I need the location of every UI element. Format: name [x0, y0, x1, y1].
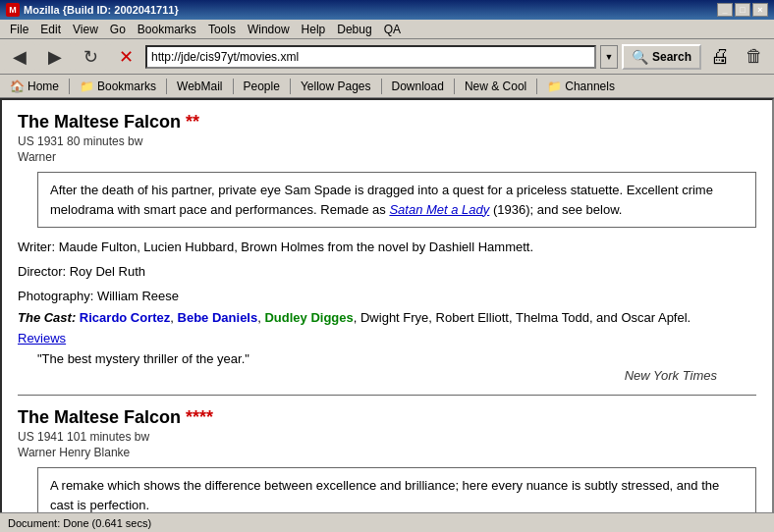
separator7	[536, 79, 537, 94]
menu-go[interactable]: Go	[104, 21, 132, 38]
review-source-1: New York Times	[18, 368, 717, 383]
stop-button[interactable]: ✕	[110, 42, 141, 72]
bookmark-people[interactable]: People	[238, 78, 286, 95]
menu-help[interactable]: Help	[296, 21, 332, 38]
description-text-cont: (1936); and see below.	[489, 202, 622, 217]
satan-met-a-lady-link[interactable]: Satan Met a Lady	[389, 202, 489, 217]
menu-edit[interactable]: Edit	[34, 21, 67, 38]
movie-entry-2: The Maltese Falcon **** US 1941 101 minu…	[18, 407, 756, 523]
description-text-2: A remake which shows the difference betw…	[50, 478, 719, 512]
photography-credit: Photography: William Reese	[18, 287, 756, 307]
description-box-1: After the death of his partner, private …	[37, 172, 756, 228]
bookmark-home[interactable]: 🏠 Home	[4, 78, 65, 95]
trash-icon[interactable]: 🗑	[739, 42, 770, 72]
nav-toolbar: ◀ ▶ ↺ ✕ http://jde/cis97yt/movies.xml ▼ …	[0, 39, 774, 75]
forward-button[interactable]: ▶	[39, 42, 71, 72]
back-button[interactable]: ◀	[4, 42, 35, 72]
review-quote-1: "The best mystery thriller of the year."	[37, 351, 756, 366]
reload-button[interactable]: ↺	[75, 42, 106, 72]
bookmark-yellowpages[interactable]: Yellow Pages	[295, 78, 377, 95]
cast-prefix: The Cast:	[18, 310, 76, 325]
menu-bar: File Edit View Go Bookmarks Tools Window…	[0, 20, 774, 39]
search-icon: 🔍	[632, 49, 648, 65]
title-bar: M Mozilla {Build ID: 2002041711} _ □ ×	[0, 0, 774, 20]
director-credit: Director: Roy Del Ruth	[18, 262, 756, 283]
close-button[interactable]: ×	[752, 3, 768, 17]
window-controls: _ □ ×	[717, 3, 768, 17]
main-content: The Maltese Falcon ** US 1931 80 minutes…	[0, 98, 774, 532]
browser-window: M Mozilla {Build ID: 2002041711} _ □ × F…	[0, 0, 774, 532]
bookmark-download[interactable]: Download	[386, 78, 450, 95]
separator2	[166, 79, 167, 94]
menu-qa[interactable]: QA	[378, 21, 407, 38]
movie-year-2: US 1941 101 minutes bw	[18, 430, 756, 444]
cast-others: Dwight Frye, Robert Elliott, Thelma Todd…	[360, 310, 691, 325]
url-text: http://jde/cis97yt/movies.xml	[151, 50, 299, 64]
writer-credit: Writer: Maude Fulton, Lucien Hubbard, Br…	[18, 238, 756, 258]
status-text: Document: Done (0.641 secs)	[8, 517, 151, 529]
menu-bookmarks[interactable]: Bookmarks	[132, 21, 202, 38]
browser-icon: M	[6, 3, 20, 17]
menu-window[interactable]: Window	[242, 21, 296, 38]
separator4	[290, 79, 291, 94]
movie-studio-2: Warner Henry Blanke	[18, 446, 756, 459]
movie-studio-1: Warner	[18, 150, 756, 164]
menu-file[interactable]: File	[4, 21, 34, 38]
cast-daniels[interactable]: Bebe Daniels	[178, 310, 258, 325]
bookmark-newcool[interactable]: New & Cool	[459, 78, 532, 95]
status-bar: Document: Done (0.641 secs)	[0, 512, 774, 532]
menu-tools[interactable]: Tools	[202, 21, 242, 38]
separator5	[381, 79, 382, 94]
url-bar-container: http://jde/cis97yt/movies.xml ▼	[145, 45, 618, 69]
printer-icon[interactable]: 🖨	[705, 42, 735, 72]
movie-entry-1: The Maltese Falcon ** US 1931 80 minutes…	[18, 112, 756, 383]
movie-divider	[18, 395, 756, 396]
minimize-button[interactable]: _	[717, 3, 733, 17]
movie-title-2: The Maltese Falcon ****	[18, 407, 756, 428]
menu-view[interactable]: View	[67, 21, 104, 38]
url-bar[interactable]: http://jde/cis97yt/movies.xml	[145, 45, 596, 69]
cast-cortez[interactable]: Ricardo Cortez	[80, 310, 170, 325]
reviews-link[interactable]: Reviews	[18, 331, 756, 346]
menu-debug[interactable]: Debug	[331, 21, 377, 38]
movie-stars-2: ****	[186, 407, 213, 427]
page-content: The Maltese Falcon ** US 1931 80 minutes…	[2, 100, 772, 530]
bookmarks-bar: 🏠 Home 📁 Bookmarks WebMail People Yellow…	[0, 75, 774, 98]
separator	[69, 79, 70, 94]
movie-title-1: The Maltese Falcon **	[18, 112, 756, 133]
bookmark-webmail[interactable]: WebMail	[171, 78, 228, 95]
cast-digges[interactable]: Dudley Digges	[264, 310, 353, 325]
separator6	[454, 79, 455, 94]
bookmark-bookmarks[interactable]: 📁 Bookmarks	[74, 78, 162, 95]
maximize-button[interactable]: □	[735, 3, 750, 17]
search-button[interactable]: 🔍 Search	[622, 44, 701, 70]
separator3	[233, 79, 234, 94]
url-dropdown[interactable]: ▼	[600, 45, 618, 69]
title-bar-left: M Mozilla {Build ID: 2002041711}	[6, 3, 179, 17]
bookmark-channels[interactable]: 📁 Channels	[541, 78, 621, 95]
search-label: Search	[652, 50, 691, 64]
window-title: Mozilla {Build ID: 2002041711}	[24, 4, 179, 16]
movie-stars-1: **	[186, 112, 199, 132]
cast-line: The Cast: Ricardo Cortez, Bebe Daniels, …	[18, 310, 756, 325]
movie-year-1: US 1931 80 minutes bw	[18, 134, 756, 148]
